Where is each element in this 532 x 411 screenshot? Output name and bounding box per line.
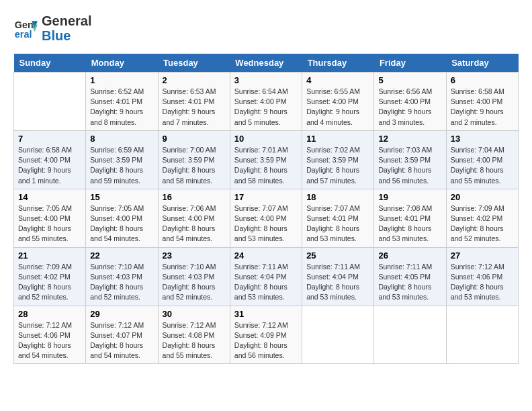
day-info: Sunrise: 7:10 AM Sunset: 4:03 PM Dayligh…	[163, 262, 226, 303]
day-number: 17	[234, 192, 298, 202]
calendar-cell: 11Sunrise: 7:02 AM Sunset: 3:59 PM Dayli…	[302, 130, 374, 189]
calendar-cell: 10Sunrise: 7:01 AM Sunset: 3:59 PM Dayli…	[230, 130, 302, 189]
calendar-cell: 28Sunrise: 7:12 AM Sunset: 4:06 PM Dayli…	[14, 306, 86, 364]
calendar-cell: 16Sunrise: 7:06 AM Sunset: 4:00 PM Dayli…	[158, 189, 230, 247]
calendar-cell: 6Sunrise: 6:58 AM Sunset: 4:00 PM Daylig…	[446, 73, 518, 131]
day-info: Sunrise: 7:01 AM Sunset: 3:59 PM Dayligh…	[234, 145, 298, 186]
calendar-cell: 15Sunrise: 7:05 AM Sunset: 4:00 PM Dayli…	[86, 189, 158, 247]
logo-line2: Blue	[42, 28, 91, 43]
calendar-cell: 12Sunrise: 7:03 AM Sunset: 3:59 PM Dayli…	[374, 130, 446, 189]
day-number: 31	[234, 309, 298, 319]
calendar-cell: 24Sunrise: 7:11 AM Sunset: 4:04 PM Dayli…	[230, 247, 302, 306]
day-info: Sunrise: 6:53 AM Sunset: 4:01 PM Dayligh…	[163, 87, 226, 128]
day-number: 11	[306, 134, 369, 144]
calendar-cell: 26Sunrise: 7:11 AM Sunset: 4:05 PM Dayli…	[374, 247, 446, 306]
day-number: 19	[378, 192, 441, 202]
logo-icon: Gen eral	[13, 16, 38, 40]
day-info: Sunrise: 6:54 AM Sunset: 4:00 PM Dayligh…	[234, 87, 298, 128]
calendar-cell: 30Sunrise: 7:12 AM Sunset: 4:08 PM Dayli…	[158, 306, 230, 364]
header-day-thursday: Thursday	[302, 54, 374, 73]
day-number: 5	[378, 75, 441, 85]
day-number: 16	[163, 192, 226, 202]
day-info: Sunrise: 7:12 AM Sunset: 4:06 PM Dayligh…	[451, 262, 514, 303]
day-info: Sunrise: 7:07 AM Sunset: 4:00 PM Dayligh…	[234, 203, 298, 244]
day-info: Sunrise: 7:12 AM Sunset: 4:07 PM Dayligh…	[90, 320, 153, 361]
day-info: Sunrise: 7:12 AM Sunset: 4:06 PM Dayligh…	[18, 320, 81, 361]
calendar-cell: 18Sunrise: 7:07 AM Sunset: 4:01 PM Dayli…	[302, 189, 374, 247]
day-info: Sunrise: 7:10 AM Sunset: 4:03 PM Dayligh…	[90, 262, 153, 303]
day-info: Sunrise: 7:07 AM Sunset: 4:01 PM Dayligh…	[306, 203, 369, 244]
day-info: Sunrise: 6:59 AM Sunset: 3:59 PM Dayligh…	[90, 145, 153, 186]
day-number: 24	[234, 250, 298, 261]
day-number: 18	[306, 192, 369, 202]
header-day-tuesday: Tuesday	[158, 54, 230, 73]
logo-line1: General	[42, 13, 91, 28]
day-number: 27	[451, 250, 514, 261]
day-number: 20	[451, 192, 514, 202]
day-number: 28	[18, 309, 81, 319]
calendar-cell: 1Sunrise: 6:52 AM Sunset: 4:01 PM Daylig…	[86, 73, 158, 131]
header-day-monday: Monday	[86, 54, 158, 73]
day-number: 30	[163, 309, 226, 319]
calendar-cell: 22Sunrise: 7:10 AM Sunset: 4:03 PM Dayli…	[86, 247, 158, 306]
calendar-cell: 31Sunrise: 7:12 AM Sunset: 4:09 PM Dayli…	[230, 306, 302, 364]
calendar-cell: 20Sunrise: 7:09 AM Sunset: 4:02 PM Dayli…	[446, 189, 518, 247]
header-day-wednesday: Wednesday	[230, 54, 302, 73]
page-header: Gen eral General Blue	[13, 13, 519, 43]
calendar-cell: 5Sunrise: 6:56 AM Sunset: 4:00 PM Daylig…	[374, 73, 446, 131]
day-number: 22	[90, 250, 153, 261]
calendar-table: SundayMondayTuesdayWednesdayThursdayFrid…	[13, 54, 519, 364]
calendar-cell	[374, 306, 446, 364]
day-info: Sunrise: 7:05 AM Sunset: 4:00 PM Dayligh…	[18, 203, 81, 244]
day-info: Sunrise: 7:00 AM Sunset: 3:59 PM Dayligh…	[163, 145, 226, 186]
logo: Gen eral General Blue	[13, 13, 91, 43]
calendar-cell	[446, 306, 518, 364]
calendar-cell: 2Sunrise: 6:53 AM Sunset: 4:01 PM Daylig…	[158, 73, 230, 131]
calendar-week-row: 21Sunrise: 7:09 AM Sunset: 4:02 PM Dayli…	[14, 247, 519, 306]
day-info: Sunrise: 6:55 AM Sunset: 4:00 PM Dayligh…	[306, 87, 369, 128]
day-info: Sunrise: 6:58 AM Sunset: 4:00 PM Dayligh…	[451, 87, 514, 128]
day-number: 13	[451, 134, 514, 144]
day-number: 6	[451, 75, 514, 85]
header-day-friday: Friday	[374, 54, 446, 73]
day-info: Sunrise: 7:12 AM Sunset: 4:08 PM Dayligh…	[163, 320, 226, 361]
calendar-cell: 21Sunrise: 7:09 AM Sunset: 4:02 PM Dayli…	[14, 247, 86, 306]
day-number: 12	[378, 134, 441, 144]
calendar-cell: 9Sunrise: 7:00 AM Sunset: 3:59 PM Daylig…	[158, 130, 230, 189]
day-number: 9	[163, 134, 226, 144]
day-number: 7	[18, 134, 81, 144]
calendar-cell: 3Sunrise: 6:54 AM Sunset: 4:00 PM Daylig…	[230, 73, 302, 131]
day-number: 29	[90, 309, 153, 319]
calendar-cell: 4Sunrise: 6:55 AM Sunset: 4:00 PM Daylig…	[302, 73, 374, 131]
day-number: 21	[18, 250, 81, 261]
calendar-week-row: 1Sunrise: 6:52 AM Sunset: 4:01 PM Daylig…	[14, 73, 519, 131]
day-number: 4	[306, 75, 369, 85]
day-number: 26	[378, 250, 441, 261]
day-number: 14	[18, 192, 81, 202]
day-info: Sunrise: 7:11 AM Sunset: 4:05 PM Dayligh…	[378, 262, 441, 303]
calendar-cell: 29Sunrise: 7:12 AM Sunset: 4:07 PM Dayli…	[86, 306, 158, 364]
calendar-cell: 14Sunrise: 7:05 AM Sunset: 4:00 PM Dayli…	[14, 189, 86, 247]
day-number: 10	[234, 134, 298, 144]
calendar-week-row: 14Sunrise: 7:05 AM Sunset: 4:00 PM Dayli…	[14, 189, 519, 247]
day-info: Sunrise: 6:56 AM Sunset: 4:00 PM Dayligh…	[378, 87, 441, 128]
calendar-cell: 17Sunrise: 7:07 AM Sunset: 4:00 PM Dayli…	[230, 189, 302, 247]
svg-text:eral: eral	[15, 29, 32, 40]
day-number: 8	[90, 134, 153, 144]
day-info: Sunrise: 7:11 AM Sunset: 4:04 PM Dayligh…	[234, 262, 298, 303]
day-info: Sunrise: 7:09 AM Sunset: 4:02 PM Dayligh…	[451, 203, 514, 244]
day-number: 3	[234, 75, 298, 85]
calendar-cell	[14, 73, 86, 131]
calendar-cell: 27Sunrise: 7:12 AM Sunset: 4:06 PM Dayli…	[446, 247, 518, 306]
day-number: 25	[306, 250, 369, 261]
header-day-saturday: Saturday	[446, 54, 518, 73]
day-info: Sunrise: 7:05 AM Sunset: 4:00 PM Dayligh…	[90, 203, 153, 244]
day-info: Sunrise: 7:02 AM Sunset: 3:59 PM Dayligh…	[306, 145, 369, 186]
calendar-week-row: 28Sunrise: 7:12 AM Sunset: 4:06 PM Dayli…	[14, 306, 519, 364]
calendar-week-row: 7Sunrise: 6:58 AM Sunset: 4:00 PM Daylig…	[14, 130, 519, 189]
calendar-cell: 13Sunrise: 7:04 AM Sunset: 4:00 PM Dayli…	[446, 130, 518, 189]
day-info: Sunrise: 7:08 AM Sunset: 4:01 PM Dayligh…	[378, 203, 441, 244]
calendar-cell: 8Sunrise: 6:59 AM Sunset: 3:59 PM Daylig…	[86, 130, 158, 189]
calendar-cell: 19Sunrise: 7:08 AM Sunset: 4:01 PM Dayli…	[374, 189, 446, 247]
day-number: 23	[163, 250, 226, 261]
